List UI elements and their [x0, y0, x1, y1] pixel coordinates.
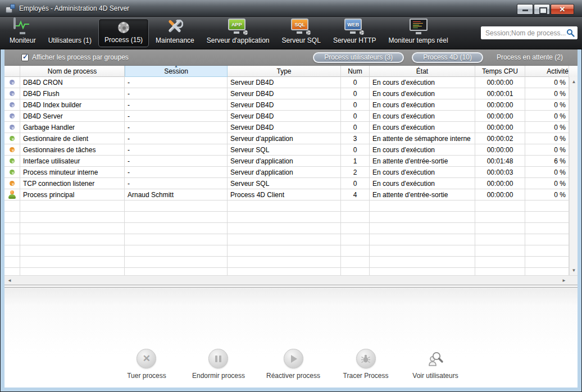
empty-row	[4, 257, 569, 268]
group-checkbox-label: Afficher les process par groupes	[32, 53, 129, 61]
tools-icon	[166, 17, 184, 34]
search-box	[481, 26, 578, 39]
horizontal-scrollbar[interactable]: ◄ ►	[4, 275, 578, 285]
scroll-down-arrow-icon[interactable]: ▼	[570, 266, 578, 275]
table-row[interactable]: TCP connection listener - Serveur SQL 0 …	[4, 178, 569, 189]
web-server-icon: WEB	[344, 19, 365, 34]
table-row[interactable]: Gestionnaire de client - Serveur d'appli…	[4, 133, 569, 144]
process-type-icon	[4, 122, 20, 133]
table-row[interactable]: Process principal Arnaud Schmitt Process…	[4, 189, 569, 200]
process-type-icon	[4, 167, 20, 178]
maximize-button[interactable]	[534, 4, 550, 15]
empty-row	[4, 234, 569, 245]
bug-icon[interactable]	[356, 349, 376, 368]
action-panel: ✕ Tuer process Endormir process Réactive…	[4, 288, 578, 388]
table-row[interactable]: DB4D Index builder - Serveur DB4D 0 En c…	[4, 99, 569, 111]
table-row[interactable]: DB4D Server - Serveur DB4D 0 En cours d'…	[4, 111, 569, 122]
realtime-monitor-icon	[410, 19, 428, 34]
table-row[interactable]: DB4D Flush - Serveur DB4D 0 En cours d'e…	[4, 88, 569, 99]
toolbar-item-serveur-http[interactable]: WEB Serveur HTTP	[328, 19, 382, 47]
group-checkbox-wrap[interactable]: Afficher les process par groupes	[21, 53, 129, 61]
empty-row	[4, 212, 569, 223]
app-window: Employés - Administration 4D Server Moni…	[0, 0, 582, 392]
process-utilisateurs-button[interactable]: Process utilisateurs (3)	[313, 52, 404, 63]
empty-row	[4, 268, 569, 275]
tracer-process-action[interactable]: Tracer Process	[342, 349, 390, 380]
group-checkbox[interactable]	[21, 54, 29, 61]
play-icon[interactable]	[284, 349, 303, 368]
filter-bar: Afficher les process par groupes Process…	[4, 49, 578, 66]
column-header-spacer	[569, 66, 578, 77]
table-body: DB4D CRON - Serveur DB4D 0 En cours d'ex…	[4, 77, 578, 275]
kill-icon[interactable]: ✕	[137, 349, 156, 368]
app-icon	[6, 4, 15, 13]
column-header-temps-cpu[interactable]: Temps CPU	[475, 66, 525, 77]
table-row[interactable]: DB4D CRON - Serveur DB4D 0 En cours d'ex…	[4, 77, 569, 88]
scroll-up-arrow-icon[interactable]: ▲	[570, 78, 578, 86]
empty-row	[4, 245, 569, 257]
pause-icon[interactable]	[208, 349, 228, 368]
user-magnifier-icon[interactable]	[426, 349, 445, 368]
minimize-button[interactable]	[517, 4, 533, 15]
title-bar: Employés - Administration 4D Server	[0, 0, 582, 17]
close-button[interactable]	[551, 4, 574, 15]
column-header-session[interactable]: Session	[125, 66, 228, 77]
process-table: Nom de process Session Type Num État Tem…	[4, 66, 578, 275]
process-4d-button[interactable]: Process 4D (10)	[412, 52, 483, 63]
table-row[interactable]: Interface utilisateur - Serveur d'applic…	[4, 156, 569, 167]
column-header-icon[interactable]	[4, 66, 20, 77]
scroll-left-arrow-icon[interactable]: ◄	[5, 276, 14, 285]
vertical-scrollbar[interactable]: ▲ ▼	[569, 77, 578, 275]
column-header-activite[interactable]: Activité	[525, 66, 569, 77]
window-title: Employés - Administration 4D Server	[19, 4, 129, 12]
empty-row	[4, 200, 569, 212]
voir-utilisateurs-action[interactable]: Voir utilisateurs	[411, 349, 460, 380]
toolbar-item-moniteur[interactable]: Moniteur	[4, 19, 42, 47]
empty-row	[4, 223, 569, 234]
toolbar-item-utilisateurs[interactable]: Utilisateurs (1)	[43, 19, 97, 47]
process-type-icon	[4, 88, 20, 99]
process-en-attente-label: Process en attente (2)	[497, 53, 563, 61]
scroll-right-arrow-icon[interactable]: ►	[560, 276, 569, 285]
process-type-icon	[4, 144, 20, 156]
toolbar-item-process[interactable]: Process (15)	[98, 19, 149, 47]
table-row[interactable]: Process minuteur interne - Serveur d'app…	[4, 167, 569, 178]
gear-icon	[118, 21, 129, 34]
table-row[interactable]: Gestionnaires de tâches - Serveur SQL 0 …	[4, 144, 569, 156]
process-type-icon	[4, 77, 20, 88]
column-header-num[interactable]: Num	[341, 66, 370, 77]
toolbar-item-maintenance[interactable]: Maintenance	[150, 19, 200, 47]
process-type-icon	[4, 189, 20, 200]
table-row[interactable]: Garbage Handler - Serveur DB4D 0 En cour…	[4, 122, 569, 133]
column-header-type[interactable]: Type	[228, 66, 341, 77]
endormir-process-action[interactable]: Endormir process	[192, 349, 245, 380]
table-header: Nom de process Session Type Num État Tem…	[4, 66, 578, 77]
toolbar-item-moniteur-temps-reel[interactable]: Moniteur temps réel	[383, 19, 454, 47]
column-header-etat[interactable]: État	[370, 66, 475, 77]
toolbar: Moniteur Utilisateurs (1) Process (15) M…	[0, 17, 582, 49]
search-icon[interactable]	[566, 29, 575, 37]
process-type-icon	[4, 111, 20, 122]
toolbar-item-serveur-sql[interactable]: SQL Serveur SQL	[276, 19, 326, 47]
window-body: Afficher les process par groupes Process…	[4, 49, 578, 388]
column-header-nom[interactable]: Nom de process	[20, 66, 125, 77]
process-type-icon	[4, 99, 20, 111]
app-server-icon: APP	[228, 19, 248, 34]
process-type-icon	[4, 156, 20, 167]
reactiver-process-action[interactable]: Réactiver process	[266, 349, 320, 380]
process-type-icon	[4, 133, 20, 144]
window-controls	[517, 4, 574, 15]
users-icon	[60, 17, 80, 34]
sql-server-icon: SQL	[291, 19, 311, 34]
monitor-pulse-icon	[13, 19, 31, 34]
process-type-icon	[4, 178, 20, 189]
toolbar-item-serveur-application[interactable]: APP Serveur d'application	[201, 19, 275, 47]
search-input[interactable]	[485, 29, 566, 37]
tuer-process-action[interactable]: ✕ Tuer process	[122, 349, 171, 380]
